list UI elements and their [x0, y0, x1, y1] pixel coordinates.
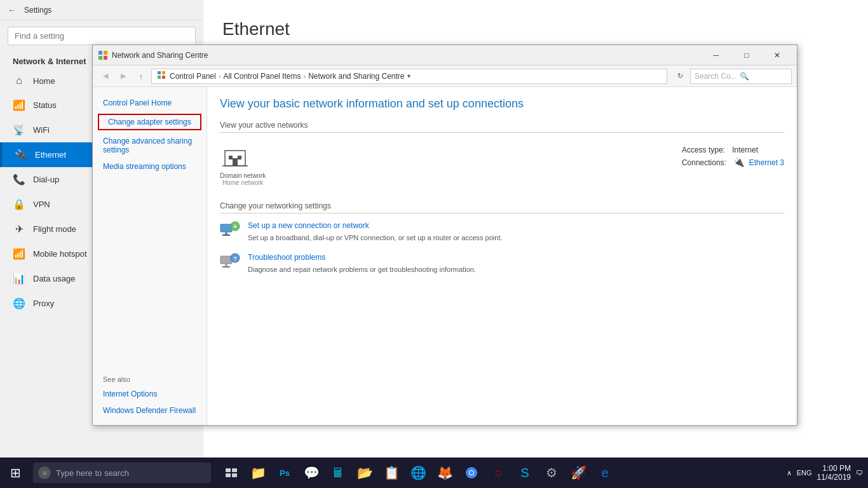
see-also-label: See also [93, 365, 207, 386]
svg-rect-4 [158, 71, 161, 74]
sidebar-item-label: Dial-up [33, 175, 59, 184]
rocket-button[interactable]: 🚀 [566, 460, 591, 485]
change-settings-label: Change your networking settings [220, 201, 331, 210]
svg-rect-26 [232, 473, 237, 477]
change-settings-header: Change your networking settings [220, 201, 784, 214]
taskbar-search[interactable]: ○ Type here to search [33, 463, 211, 483]
window-controls: ─ □ ✕ [702, 45, 792, 65]
status-icon: 📶 [13, 99, 25, 111]
sidebar-item-label: Mobile hotspot [33, 249, 87, 259]
back-button[interactable]: ← [8, 5, 17, 15]
control-panel-home-link[interactable]: Control Panel Home [93, 95, 207, 111]
refresh-button[interactable]: ↻ [672, 69, 688, 84]
taskbar-date: 11/4/2019 [817, 473, 851, 482]
svg-rect-3 [104, 56, 107, 60]
sidebar-item-label: Status [33, 100, 57, 110]
path-dropdown[interactable]: ▾ [407, 72, 410, 79]
path-part-3: Network and Sharing Centre [308, 72, 404, 81]
path-part-1: Control Panel [170, 72, 216, 81]
change-settings-section: Change your networking settings + Se [220, 201, 784, 274]
ethernet-icon: 🔌 [15, 149, 27, 161]
maximize-button[interactable]: □ [732, 45, 761, 65]
network-icon-taskbar[interactable]: 🌐 [405, 460, 431, 485]
network-name: Domain network [220, 172, 266, 179]
svg-rect-0 [98, 51, 102, 55]
taskbar-search-text: Type here to search [56, 468, 129, 478]
settings-taskbar-button[interactable]: ⚙ [539, 460, 564, 485]
opera-button[interactable]: ○ [485, 460, 511, 485]
path-icon [157, 71, 166, 81]
address-search[interactable]: Search Co... 🔍 [690, 69, 792, 84]
dialog-titlebar: Network and Sharing Centre ─ □ ✕ [93, 45, 797, 65]
svg-rect-13 [220, 224, 232, 232]
sidebar-item-label: Flight mode [33, 224, 76, 234]
files-button[interactable]: 📂 [352, 460, 377, 485]
settings-titlebar: ← Settings [0, 0, 203, 20]
network-sharing-dialog: Network and Sharing Centre ─ □ ✕ ◀ ▶ ↑ C… [92, 44, 797, 426]
settings-main-title: Ethernet [203, 0, 868, 46]
notification-button[interactable]: 🗨 [856, 469, 863, 477]
file-explorer-button[interactable]: 📁 [245, 460, 271, 485]
svg-rect-23 [226, 468, 231, 472]
troubleshoot-link[interactable]: Troubleshoot problems [248, 253, 784, 262]
network-icon [220, 146, 250, 168]
dialog-titlebar-icon [98, 50, 108, 60]
svg-rect-15 [222, 234, 230, 236]
edge-button[interactable]: e [592, 460, 618, 485]
photoshop-button[interactable]: Ps [272, 460, 297, 485]
taskbar: ⊞ ○ Type here to search 📁 Ps 💬 🖩 📂 📋 🌐 🦊 [0, 458, 868, 488]
svg-rect-14 [225, 232, 227, 234]
access-type-value: Internet [732, 146, 758, 154]
firefox-button[interactable]: 🦊 [432, 460, 458, 485]
taskbar-right-area: ∧ ENG 1:00 PM 11/4/2019 🗨 [787, 464, 868, 482]
taskbar-icon-group: 📁 Ps 💬 🖩 📂 📋 🌐 🦊 ○ S ⚙ 🚀 e [219, 460, 618, 485]
flight-icon: ✈ [13, 223, 25, 235]
system-tray-expand[interactable]: ∧ [787, 469, 792, 477]
access-type-label: Access type: [682, 146, 725, 154]
connection-icon: 🔌 [733, 157, 744, 167]
active-network-section: Domain network Home network Access type:… [220, 140, 784, 191]
change-advanced-sharing-link[interactable]: Change advanced sharing settings [93, 133, 207, 158]
address-path[interactable]: Control Panel › All Control Panel Items … [151, 69, 667, 84]
skype-button[interactable]: S [512, 460, 538, 485]
svg-rect-18 [220, 256, 232, 264]
sidebar-item-label: Proxy [33, 299, 54, 308]
back-nav-button[interactable]: ◀ [98, 69, 113, 84]
dialog-main-title: View your basic network information and … [220, 97, 784, 111]
connection-name[interactable]: Ethernet 3 [749, 158, 784, 167]
troubleshoot-icon: ? [220, 253, 240, 273]
settings-title: Settings [24, 6, 51, 15]
sidebar-item-label: Ethernet [35, 150, 66, 159]
new-connection-item: + Set up a new connection or network Set… [220, 221, 784, 243]
media-streaming-link[interactable]: Media streaming options [93, 158, 207, 175]
proxy-icon: 🌐 [13, 297, 25, 309]
windows-firewall-link[interactable]: Windows Defender Firewall [93, 402, 207, 419]
troubleshoot-desc: Diagnose and repair network problems or … [248, 266, 476, 273]
internet-options-link[interactable]: Internet Options [93, 386, 207, 402]
task-view-button[interactable] [219, 460, 244, 485]
language-indicator: ENG [797, 469, 812, 477]
svg-rect-2 [98, 56, 102, 60]
control-panel-icon [157, 71, 166, 79]
whatsapp-button[interactable]: 💬 [299, 460, 324, 485]
address-search-icon: 🔍 [740, 72, 749, 81]
settings-search-input[interactable] [8, 27, 196, 45]
start-button[interactable]: ⊞ [0, 458, 31, 488]
sticky-notes-button[interactable]: 📋 [379, 460, 404, 485]
network-access-info: Access type: Internet Connections: 🔌 Eth… [682, 146, 784, 170]
dialog-main: View your basic network information and … [207, 87, 797, 425]
calculator-button[interactable]: 🖩 [325, 460, 351, 485]
svg-rect-1 [104, 51, 107, 55]
minimize-button[interactable]: ─ [702, 45, 731, 65]
chrome-icon [465, 466, 478, 479]
change-adapter-settings-link[interactable]: Change adapter settings [98, 114, 201, 130]
close-button[interactable]: ✕ [763, 45, 792, 65]
path-separator-1: › [219, 72, 221, 80]
search-placeholder-text: Search Co... [695, 72, 737, 81]
taskbar-clock: 1:00 PM 11/4/2019 [817, 464, 851, 482]
up-nav-button[interactable]: ↑ [133, 69, 149, 84]
forward-nav-button[interactable]: ▶ [116, 69, 131, 84]
new-connection-link[interactable]: Set up a new connection or network [248, 221, 784, 230]
troubleshoot-item: ? Troubleshoot problems Diagnose and rep… [220, 253, 784, 274]
chrome-button[interactable] [459, 460, 484, 485]
